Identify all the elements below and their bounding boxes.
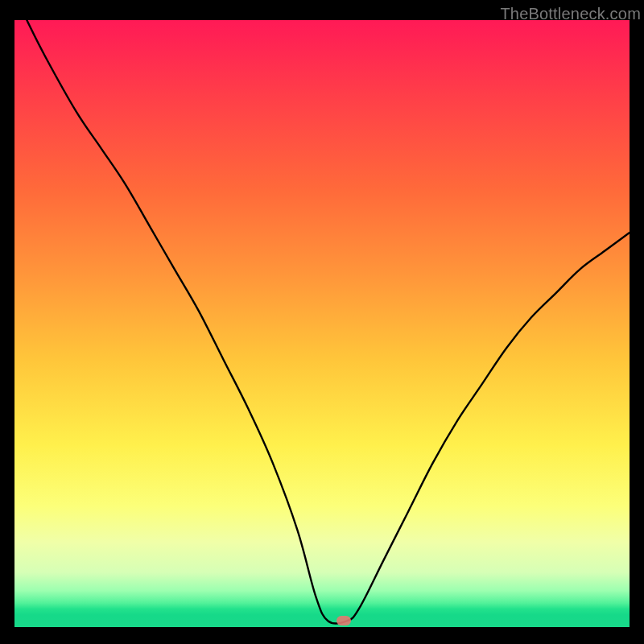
chart-frame: TheBottleneck.com (0, 0, 644, 644)
bottleneck-curve (27, 20, 630, 624)
optimal-point-marker (336, 616, 351, 625)
plot-area (14, 20, 630, 627)
curve-svg (14, 20, 630, 627)
